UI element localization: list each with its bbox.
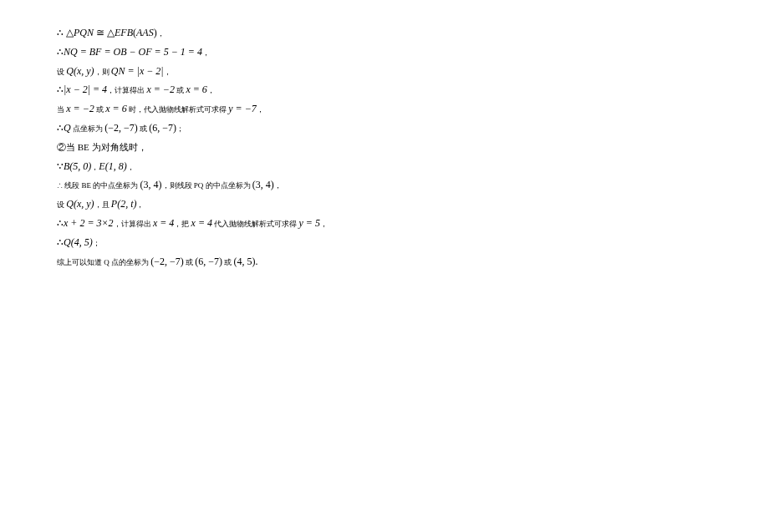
math-text: (−2, −7): [150, 256, 184, 267]
math-text: QN = |x − 2|: [111, 65, 164, 77]
punct: ，: [127, 163, 135, 171]
punct: ，: [320, 220, 328, 228]
cj-text: ，则: [94, 68, 111, 76]
punct: ；: [176, 124, 184, 133]
cj-text: ，计算得出: [114, 220, 153, 228]
math-text: (6, −7): [149, 122, 176, 134]
math-text: x + 2 = 3×2: [64, 217, 114, 229]
punct: ，: [257, 105, 264, 114]
cj-text: ，计算得出: [107, 86, 146, 94]
text-line: ∴ △PQN ≅ △EFB(AAS)，: [57, 23, 558, 43]
math-text: Q(x, y): [66, 65, 94, 77]
cj-text: ②当 BE 为对角线时，: [57, 142, 147, 152]
text-line: ∴NQ = BF = OB − OF = 5 − 1 = 4，: [57, 43, 558, 62]
cj-text: ∴ 线段 BE 的中点坐标为: [57, 181, 140, 190]
punct: ，: [274, 181, 282, 190]
math-text: AAS: [136, 27, 154, 38]
text-line: ∴x + 2 = 3×2，计算得出 x = 4，把 x = 4 代入抛物线解析式…: [57, 214, 558, 233]
cj-text: 或: [222, 258, 234, 266]
math-text: (−2, −7): [104, 122, 138, 134]
math-text: x = 6: [105, 103, 126, 114]
cj-text: ，则线段 PQ 的中点坐标为: [162, 181, 252, 190]
cj-text: ，把: [174, 220, 191, 228]
text-line: ∴Q(4, 5)；: [57, 233, 558, 252]
text-line: ∴|x − 2| = 4，计算得出 x = −2 或 x = 6，: [57, 80, 558, 99]
cj-text: 当: [57, 105, 66, 114]
math-text: Q: [64, 122, 71, 134]
math-text: x = 4: [153, 217, 174, 229]
math-text: x = −2: [146, 84, 175, 95]
math-text: PQN: [74, 27, 94, 38]
document-page: ∴ △PQN ≅ △EFB(AAS)， ∴NQ = BF = OB − OF =…: [0, 0, 558, 271]
math-text: (6, −7): [195, 256, 222, 267]
text-line: 综上可以知道 Q 点的坐标为 (−2, −7) 或 (6, −7) 或 (4, …: [57, 252, 558, 271]
cj-text: 或: [175, 86, 186, 94]
math-text: NQ = BF = OB − OF = 5 − 1 = 4: [64, 46, 202, 58]
text-line: 设 Q(x, y)，且 P(2, t)，: [57, 195, 558, 214]
punct: ，: [207, 86, 215, 94]
text-line: ∴ 线段 BE 的中点坐标为 (3, 4)，则线段 PQ 的中点坐标为 (3, …: [57, 175, 558, 195]
math-text: (3, 4): [140, 179, 162, 190]
cj-text: 代入抛物线解析式可求得: [212, 220, 299, 228]
text-line: ②当 BE 为对角线时，: [57, 138, 558, 157]
math-text: B(5, 0): [64, 160, 91, 172]
text-line: ∵B(5, 0)，E(1, 8)，: [57, 157, 558, 176]
math-text: |x − 2| = 4: [64, 84, 107, 95]
math-text: P(2, t): [111, 198, 137, 210]
cj-text: 设: [57, 200, 66, 209]
cj-text: ，且: [94, 200, 111, 209]
cj-text: 或: [94, 105, 106, 114]
cj-text: 或: [184, 258, 196, 266]
cj-text: 综上可以知道 Q 点的坐标为: [57, 258, 150, 266]
cj-text: 设: [57, 68, 66, 76]
math-text: (3, 4): [252, 179, 274, 190]
cj-text: 时，代入抛物线解析式可求得: [127, 105, 229, 114]
math-text: x = 4: [191, 217, 212, 229]
cj-text: 点坐标为: [71, 124, 105, 133]
math-text: ∴: [57, 217, 64, 229]
math-text: ∴ △: [57, 27, 74, 38]
math-text: Q(4, 5): [64, 236, 93, 248]
punct: ，: [91, 163, 99, 171]
math-text: EFB: [115, 27, 133, 38]
text-line: ∴Q 点坐标为 (−2, −7) 或 (6, −7)；: [57, 119, 558, 138]
math-text: E(1, 8): [99, 160, 126, 172]
punct: ；: [93, 239, 100, 247]
math-text: Q(x, y): [66, 198, 94, 210]
math-text: x = −2: [66, 103, 94, 114]
math-text: (4, 5).: [234, 256, 258, 267]
math-text: ∵: [57, 160, 64, 172]
punct: ，: [136, 200, 144, 209]
math-text: ∴: [57, 46, 64, 58]
math-text: ∴: [57, 84, 64, 95]
punct: ，: [202, 48, 210, 57]
text-line: 设 Q(x, y)，则 QN = |x − 2|，: [57, 62, 558, 81]
math-text: x = 6: [186, 84, 206, 95]
math-text: ∴: [57, 236, 64, 248]
math-text: y = −7: [228, 103, 257, 114]
math-text: y = 5: [299, 217, 320, 229]
punct: ，: [164, 68, 171, 76]
math-text: ≅ △: [94, 27, 115, 38]
math-text: ∴: [57, 122, 64, 134]
punct: ，: [157, 29, 165, 38]
cj-text: 或: [138, 124, 150, 133]
text-line: 当 x = −2 或 x = 6 时，代入抛物线解析式可求得 y = −7，: [57, 99, 558, 119]
